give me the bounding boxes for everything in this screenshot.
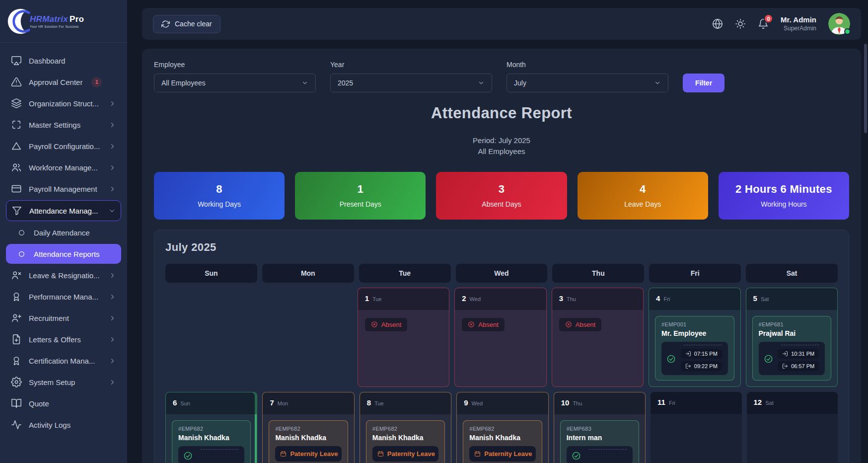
calendar-icon [474,451,481,457]
cache-clear-button[interactable]: Cache clear [153,15,220,33]
check-out-time: 09:22 PM [681,361,722,371]
sidebar-item-letters-offers[interactable]: Letters & Offers [6,329,121,349]
sidebar-item-organization-structure[interactable]: Organization Struct... [6,93,121,113]
calendar-day-cell-10: 10Thu #EMP683 Intern man [554,392,646,463]
layers-icon [11,98,22,109]
page-scrollbar[interactable] [864,44,867,133]
sidebar-item-certification-management[interactable]: Certification Mana... [6,351,121,371]
sidebar-item-dashboard[interactable]: Dashboard [6,51,121,71]
airplay-icon [11,55,22,66]
day-header-tue: Tue [359,264,451,283]
employee-card[interactable]: #EMP682 Manish Khadka [172,420,251,463]
bell-icon[interactable]: 0 [758,18,769,29]
sidebar-item-quote[interactable]: Quote [6,393,121,413]
day-header-wed: Wed [456,264,548,283]
sidebar-item-system-setup[interactable]: System Setup [6,372,121,392]
sidebar-item-recruitment[interactable]: Recruitment [6,308,121,328]
chevron-down-icon [108,207,116,215]
employee-filter-label: Employee [154,61,316,69]
chevron-right-icon [109,143,116,150]
logo-tagline: Your HR Solution For Success [30,25,84,28]
employee-card[interactable]: #EMP683 Intern man [560,420,639,463]
sidebar-item-activity-logs[interactable]: Activity Logs [6,415,121,435]
filter-bar: Employee All Employees Year 2025 Month J… [154,61,849,92]
employee-select[interactable]: All Employees [154,74,316,92]
check-circle-icon [764,354,773,364]
chevron-down-icon [301,79,308,86]
theme-sun-icon[interactable] [735,18,746,29]
employee-card[interactable]: #EMP681 Prajwal Rai 10:31 PM 06:57 PM [752,316,831,381]
award-icon [11,291,22,302]
calendar-day-cell-7: 7Mon #EMP682 Manish Khadka Paternity Lea… [262,392,354,463]
calendar-week-row: 6Sun #EMP682 Manish Khadka 7Mon #EMP682 [165,392,838,463]
app-logo: HRMatrixPro Your HR Solution For Success [0,0,127,43]
sidebar-item-daily-attendance[interactable]: Daily Attendance [6,223,121,242]
calendar-day-cell-1: 1Tue Absent [358,288,449,387]
calendar-panel: July 2025 Sun Mon Tue Wed Thu Fri Sat 1T… [154,230,849,463]
globe-icon[interactable] [712,18,723,29]
sidebar-item-leave-resignation[interactable]: Leave & Resignatio... [6,265,121,285]
book-open-icon [11,398,22,409]
credit-card-icon [11,183,22,194]
chevron-right-icon [109,336,116,343]
sidebar-item-performance-management[interactable]: Performance Mana... [6,287,121,307]
employee-card[interactable]: #EMP682 Manish Khadka Paternity Leave [463,420,542,463]
circle-icon [16,227,27,238]
user-x-icon [11,270,22,281]
x-circle-icon [565,321,572,328]
sidebar-item-approval-center[interactable]: Approval Center 1 [6,72,121,92]
employee-card[interactable]: #EMP001 Mr. Employee 07:15 PM 09:22 PM [655,316,734,381]
leave-status-badge: Paternity Leave [372,446,438,462]
corners-icon [11,119,22,130]
leave-days-card: 4 Leave Days [578,172,708,220]
employee-card[interactable]: #EMP682 Manish Khadka Paternity Leave [366,420,445,463]
leave-status-badge: Paternity Leave [469,446,535,462]
users-icon [11,162,22,173]
day-header-fri: Fri [649,264,741,283]
working-hours-card: 2 Hours 6 Minutes Working Hours [719,172,849,220]
sidebar-nav: Dashboard Approval Center 1 Organization… [0,43,127,463]
present-days-card: 1 Present Days [295,172,426,220]
funnel-icon [11,205,22,216]
sidebar-item-attendance-reports[interactable]: Attendance Reports [6,244,121,264]
refresh-icon [161,20,170,28]
absent-badge: Absent [365,318,407,331]
calendar-day-cell-4: 4Fri #EMP001 Mr. Employee 07:15 PM 09:22… [649,288,740,387]
leave-status-badge: Paternity Leave [275,446,341,462]
filter-submit-button[interactable]: Filter [683,74,724,92]
activity-icon [11,419,22,430]
calendar-day-cell-8: 8Tue #EMP682 Manish Khadka Paternity Lea… [360,392,451,463]
logo-suffix: Pro [70,14,84,24]
sidebar-item-payroll-configuration[interactable]: Payroll Configuratio... [6,136,121,156]
calendar-icon [280,451,287,457]
login-icon [782,351,788,357]
triangle-icon [11,141,22,152]
sidebar-item-master-settings[interactable]: Master Settings [6,115,121,135]
absent-days-card: 3 Absent Days [436,172,567,220]
working-days-card: 8 Working Days [154,172,285,220]
year-select[interactable]: 2025 [330,74,492,92]
logo-brand: HRMatrix [30,14,68,24]
punch-times [178,446,244,463]
circle-icon [16,248,27,259]
sidebar-item-payroll-management[interactable]: Payroll Management [6,179,121,199]
sidebar-item-workforce-management[interactable]: Workforce Manage... [6,157,121,177]
chevron-right-icon [109,272,116,279]
chevron-right-icon [109,379,116,386]
calendar-heading: July 2025 [165,241,838,254]
calendar-day-cell-5: 5Sat #EMP681 Prajwal Rai 10:31 PM 06:57 … [746,288,838,387]
approval-count-badge: 1 [91,77,102,87]
user-meta: Mr. Admin SuperAdmin [781,15,816,32]
user-plus-icon [11,312,22,323]
check-circle-icon [666,354,676,364]
x-circle-icon [371,321,378,328]
employee-card[interactable]: #EMP682 Manish Khadka Paternity Leave [269,420,348,463]
report-scope-line: All Employees [154,146,849,157]
gear-icon [11,377,22,387]
chevron-right-icon [109,100,116,107]
chevron-right-icon [109,314,116,322]
x-circle-icon [468,321,475,328]
sidebar-item-attendance-management[interactable]: Attendance Manag... [6,200,121,221]
login-icon [685,351,691,357]
month-select[interactable]: July [506,74,668,92]
